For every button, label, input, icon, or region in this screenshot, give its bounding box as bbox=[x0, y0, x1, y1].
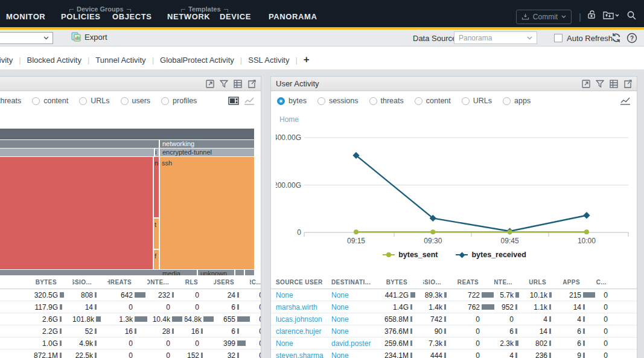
radio-sessions[interactable]: sessions bbox=[317, 97, 359, 105]
commit-all-icon[interactable] bbox=[603, 10, 619, 20]
legend-bytes-received[interactable]: bytes_received bbox=[456, 251, 526, 259]
radio-bytes[interactable]: bytes bbox=[277, 97, 307, 105]
user-link[interactable]: lucas.johnston bbox=[276, 315, 322, 324]
column-header[interactable]: SESSIO... bbox=[72, 279, 107, 286]
legend-bytes-sent[interactable]: bytes_sent bbox=[383, 251, 438, 259]
export-button[interactable]: Export bbox=[71, 32, 107, 42]
jump-to-logs-icon[interactable] bbox=[247, 80, 256, 88]
radio-content[interactable]: content bbox=[415, 97, 451, 105]
commit-button[interactable]: Commit bbox=[516, 10, 572, 24]
view-select[interactable] bbox=[0, 32, 53, 44]
column-header[interactable]: SESSIO... bbox=[423, 279, 457, 286]
nav-policies[interactable]: POLICIES bbox=[61, 12, 100, 21]
help-icon[interactable]: ? bbox=[626, 33, 637, 43]
column-header[interactable]: USERS bbox=[214, 279, 250, 286]
line-chart-view-icon[interactable] bbox=[244, 97, 255, 105]
tab-blocked-activity[interactable]: Blocked Activity bbox=[21, 56, 88, 65]
filter-icon[interactable] bbox=[220, 80, 228, 88]
tab-tunnel-activity[interactable]: Tunnel Activity bbox=[89, 56, 151, 65]
column-header[interactable]: URLS bbox=[185, 279, 214, 286]
column-header[interactable]: URLS bbox=[528, 279, 562, 286]
user-link[interactable]: None bbox=[276, 339, 293, 348]
user-link[interactable]: marsha.wirth bbox=[276, 303, 317, 312]
column-header[interactable]: CONTE... bbox=[494, 279, 528, 286]
user-link[interactable]: clarence.hujer bbox=[276, 327, 321, 336]
table-row[interactable]: 1.0G4.9k0003990 bbox=[0, 337, 261, 350]
column-header[interactable]: APPS bbox=[562, 279, 596, 286]
user-activity-line-chart[interactable]: 400.00G200.00G009:1509:3009:4510:00 bbox=[276, 123, 634, 247]
filter-icon[interactable] bbox=[596, 80, 604, 88]
user-link[interactable]: None bbox=[331, 327, 349, 336]
maximize-icon[interactable] bbox=[582, 80, 590, 88]
treemap-block-red[interactable] bbox=[0, 157, 153, 269]
jump-to-logs-icon[interactable] bbox=[623, 80, 632, 88]
nav-objects[interactable]: OBJECTS bbox=[112, 12, 152, 21]
user-link[interactable]: None bbox=[331, 315, 349, 324]
column-header[interactable]: CONTE... bbox=[147, 279, 185, 286]
treemap-sliver-3[interactable]: f bbox=[154, 250, 159, 269]
radio-content[interactable]: content bbox=[32, 97, 68, 105]
maximize-icon[interactable] bbox=[206, 80, 214, 88]
refresh-icon[interactable] bbox=[611, 33, 622, 43]
treemap-band-encrypted-tunnel[interactable]: i encrypted-tunnel bbox=[0, 149, 254, 156]
application-treemap[interactable]: networking i encrypted-tunnel n t f ssh … bbox=[0, 129, 254, 275]
user-link[interactable]: david.poster bbox=[331, 339, 371, 348]
table-row[interactable]: 117.9G1400060 bbox=[0, 301, 261, 313]
treemap-block-ssh[interactable]: ssh bbox=[160, 157, 254, 269]
radio-apps[interactable]: apps bbox=[503, 97, 531, 105]
tab-globalprotect-activity[interactable]: GlobalProtect Activity bbox=[154, 56, 240, 65]
column-header[interactable]: THREATS bbox=[107, 279, 147, 286]
table-row[interactable]: clarence.hujerNone376.6M90061460 bbox=[271, 325, 637, 337]
user-link[interactable]: None bbox=[331, 303, 349, 312]
table-row[interactable]: lucas.johnstonNone658.8M74200440 bbox=[271, 313, 637, 325]
radio-threats[interactable]: threats bbox=[369, 97, 404, 105]
auto-refresh-checkbox[interactable] bbox=[554, 34, 563, 42]
nav-monitor[interactable]: MONITOR bbox=[6, 12, 45, 21]
table-row[interactable]: marsha.wirthNone1.4G1.4k7629521.1k140 bbox=[271, 301, 637, 313]
nav-network[interactable]: NETWORK bbox=[167, 12, 210, 21]
table-view-icon[interactable] bbox=[610, 80, 618, 88]
column-header[interactable]: THREATS bbox=[457, 279, 494, 286]
radio-urls[interactable]: URLs bbox=[462, 97, 492, 105]
add-tab-button[interactable]: + bbox=[298, 54, 316, 66]
tab-ssl-activity[interactable]: SSL Activity bbox=[242, 56, 295, 65]
treemap-sliver-1[interactable]: n bbox=[154, 157, 159, 217]
table-row[interactable]: Nonedavid.poster259.6M7.3k02.3k80260 bbox=[271, 337, 637, 350]
treemap-view-icon[interactable] bbox=[228, 97, 239, 105]
search-icon[interactable] bbox=[626, 10, 637, 21]
table-row[interactable]: 2.6G101.8k1.3k10.4k64.8k6550 bbox=[0, 313, 261, 325]
treemap-band-top[interactable] bbox=[0, 129, 254, 139]
column-header[interactable]: SOURC... bbox=[250, 279, 261, 286]
column-header[interactable]: BYTES bbox=[12, 279, 72, 286]
table-row[interactable]: NoneNone441.2G89.3k7225.7k10.1k2150 bbox=[271, 289, 637, 301]
table-view-icon[interactable] bbox=[234, 80, 242, 88]
tab-activity[interactable]: Activity bbox=[0, 56, 19, 65]
nav-device[interactable]: DEVICE bbox=[220, 12, 251, 21]
treemap-band-bottom[interactable]: media unknown bbox=[0, 270, 254, 275]
column-header[interactable]: SOURC... bbox=[596, 279, 622, 286]
table-row[interactable]: steven.sharmaNone234.1M4440423690 bbox=[271, 350, 637, 358]
radio-urls[interactable]: URLs bbox=[79, 97, 109, 105]
nav-panorama[interactable]: PANORAMA bbox=[269, 12, 317, 21]
user-link[interactable]: None bbox=[331, 291, 349, 299]
treemap-band-networking[interactable]: networking bbox=[0, 140, 254, 148]
user-link[interactable]: steven.sharma bbox=[276, 351, 324, 358]
table-row[interactable]: 872.1M22.5k00152320 bbox=[0, 350, 261, 358]
radio-users[interactable]: users bbox=[121, 97, 151, 105]
column-header[interactable]: DESTINATI... bbox=[331, 279, 378, 286]
column-header[interactable]: BYTES bbox=[378, 279, 423, 286]
table-row[interactable]: 2.2G5216281660 bbox=[0, 325, 261, 337]
treemap-sliver-2[interactable]: t bbox=[154, 219, 159, 249]
radio-threats[interactable]: threats bbox=[0, 97, 21, 105]
radio-profiles[interactable]: profiles bbox=[161, 97, 197, 105]
lock-icon[interactable] bbox=[587, 10, 596, 19]
user-link[interactable]: None bbox=[331, 351, 349, 358]
cell-value: 6 bbox=[562, 339, 596, 348]
cell-value: 0 bbox=[250, 315, 261, 324]
line-chart-view-icon[interactable] bbox=[620, 97, 631, 105]
user-link[interactable]: None bbox=[276, 291, 293, 299]
mini-bar bbox=[549, 353, 551, 358]
column-header[interactable]: SOURCE USER bbox=[276, 279, 331, 286]
table-row[interactable]: 320.5G8086422320240 bbox=[0, 289, 261, 301]
data-source-select[interactable]: Panorama bbox=[454, 31, 537, 44]
